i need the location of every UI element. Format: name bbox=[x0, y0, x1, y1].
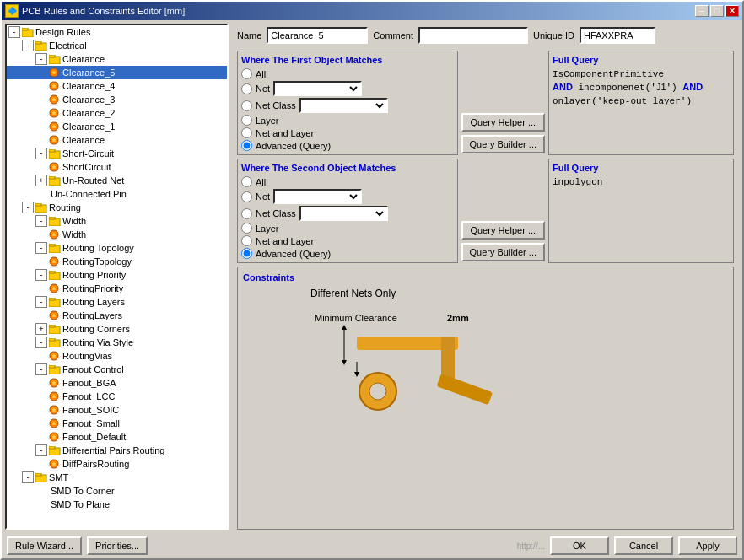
rule-icon bbox=[49, 94, 61, 105]
expand-icon[interactable]: - bbox=[35, 444, 47, 456]
tree-item-clearance[interactable]: Clearance bbox=[7, 133, 227, 147]
comment-input[interactable] bbox=[418, 27, 528, 44]
tree-item-short-circuit-folder[interactable]: - Short-Circuit bbox=[7, 147, 227, 160]
svg-rect-43 bbox=[49, 325, 55, 327]
tree-item-width-folder[interactable]: - Width bbox=[7, 214, 227, 228]
expand-icon[interactable]: - bbox=[22, 40, 34, 51]
netclass-1-select[interactable] bbox=[299, 98, 388, 113]
query-helper-2-button[interactable]: Query Helper ... bbox=[461, 221, 545, 240]
radio-net-2-label: Net bbox=[256, 191, 270, 202]
radio-netclass-2-input[interactable] bbox=[241, 208, 252, 219]
expand-icon[interactable]: - bbox=[35, 269, 47, 281]
radio-layer-2-input[interactable] bbox=[241, 223, 252, 234]
tree-item-routing-priority[interactable]: RoutingPriority bbox=[7, 282, 227, 295]
rule-wizard-button[interactable]: Rule Wizard... bbox=[7, 536, 82, 555]
tree-item-width[interactable]: Width bbox=[7, 228, 227, 241]
expand-icon[interactable]: - bbox=[35, 337, 47, 348]
tree-item-electrical[interactable]: - Electrical bbox=[7, 39, 227, 52]
tree-item-routing[interactable]: - Routing bbox=[7, 201, 227, 214]
tree-item-un-routed-net[interactable]: + Un-Routed Net bbox=[7, 174, 227, 187]
main-window: 🔷 PCB Rules and Constraints Editor [mm] … bbox=[0, 0, 744, 560]
tree-item-clearance-4[interactable]: Clearance_4 bbox=[7, 79, 227, 93]
tree-item-short-circuit[interactable]: ShortCircuit bbox=[7, 160, 227, 174]
rules-tree[interactable]: - Design Rules - Electrical - bbox=[5, 24, 229, 530]
expand-icon[interactable]: - bbox=[35, 296, 47, 308]
query-builder-1-button[interactable]: Query Builder ... bbox=[461, 135, 545, 153]
tree-item-un-connected-pin[interactable]: Un-Connected Pin bbox=[7, 187, 227, 201]
expand-icon[interactable]: - bbox=[8, 26, 20, 38]
tree-item-clearance-5[interactable]: Clearance_5 bbox=[7, 66, 227, 79]
comment-label: Comment bbox=[373, 30, 413, 40]
radio-layer-1-input[interactable] bbox=[241, 115, 252, 126]
minimize-button[interactable]: ─ bbox=[695, 5, 709, 17]
expand-icon[interactable]: - bbox=[35, 215, 47, 227]
tree-item-fanout-lcc[interactable]: Fanout_LCC bbox=[7, 390, 227, 403]
leaf-icon bbox=[35, 498, 49, 510]
radio-netclass-1-input[interactable] bbox=[241, 100, 252, 111]
expand-icon[interactable]: + bbox=[35, 175, 47, 186]
priorities-button[interactable]: Priorities... bbox=[87, 536, 148, 555]
radio-net-2-input[interactable] bbox=[241, 191, 252, 202]
svg-point-17 bbox=[52, 138, 56, 142]
tree-label: Un-Connected Pin bbox=[51, 189, 127, 199]
tree-item-fanout-soic[interactable]: Fanout_SOIC bbox=[7, 403, 227, 417]
tree-item-clearance-1[interactable]: Clearance_1 bbox=[7, 120, 227, 133]
ok-button[interactable]: OK bbox=[550, 536, 609, 555]
tree-label: Clearance_5 bbox=[62, 67, 115, 78]
radio-advanced-1-input[interactable] bbox=[241, 140, 252, 151]
clearance-diagram: Minimum Clearance 2mm bbox=[310, 303, 530, 412]
tree-item-clearance-2[interactable]: Clearance_2 bbox=[7, 106, 227, 120]
radio-all-1-input[interactable] bbox=[241, 68, 252, 79]
tree-item-routing-corners-folder[interactable]: + Routing Corners bbox=[7, 322, 227, 336]
name-input[interactable] bbox=[267, 27, 368, 44]
radio-advanced-2-input[interactable] bbox=[241, 248, 252, 259]
tree-label: RoutingTopology bbox=[62, 256, 132, 267]
tree-item-clearance-3[interactable]: Clearance_3 bbox=[7, 93, 227, 106]
content-area: - Design Rules - Electrical - bbox=[2, 20, 742, 533]
tree-item-fanout-small[interactable]: Fanout_Small bbox=[7, 417, 227, 430]
radio-net-1-input[interactable] bbox=[241, 83, 252, 94]
cancel-button[interactable]: Cancel bbox=[614, 536, 673, 555]
net-2-select[interactable] bbox=[273, 189, 362, 204]
tree-item-routing-via-style-folder[interactable]: - Routing Via Style bbox=[7, 336, 227, 349]
folder-icon bbox=[49, 242, 61, 254]
expand-icon[interactable]: - bbox=[22, 471, 34, 483]
tree-item-fanout-control-folder[interactable]: - Fanout Control bbox=[7, 363, 227, 376]
tree-item-smd-to-corner[interactable]: SMD To Corner bbox=[7, 484, 227, 498]
radio-netandlayer-2-input[interactable] bbox=[241, 235, 252, 246]
leaf-icon bbox=[35, 188, 49, 200]
query-builder-2-button[interactable]: Query Builder ... bbox=[461, 243, 545, 261]
tree-item-routing-priority-folder[interactable]: - Routing Priority bbox=[7, 268, 227, 282]
expand-icon[interactable]: - bbox=[35, 242, 47, 254]
expand-icon[interactable]: - bbox=[22, 202, 34, 213]
tree-item-smd-to-plane[interactable]: SMD To Plane bbox=[7, 498, 227, 511]
expand-icon[interactable]: + bbox=[35, 323, 47, 335]
full-query-1-title: Full Query bbox=[553, 55, 730, 65]
net-1-select[interactable] bbox=[273, 81, 362, 96]
tree-label: Width bbox=[62, 216, 86, 226]
tree-item-routing-topology[interactable]: RoutingTopology bbox=[7, 255, 227, 268]
tree-item-routing-vias[interactable]: RoutingVias bbox=[7, 349, 227, 363]
query-helper-1-button[interactable]: Query Helper ... bbox=[461, 113, 545, 132]
expand-icon[interactable]: - bbox=[35, 148, 47, 159]
tree-item-routing-topology-folder[interactable]: - Routing Topology bbox=[7, 241, 227, 255]
maximize-button[interactable]: □ bbox=[710, 5, 724, 17]
apply-button[interactable]: Apply bbox=[678, 536, 737, 555]
tree-item-fanout-bga[interactable]: Fanout_BGA bbox=[7, 376, 227, 390]
tree-item-fanout-default[interactable]: Fanout_Default bbox=[7, 430, 227, 444]
tree-item-diff-pairs-folder[interactable]: - Differential Pairs Routing bbox=[7, 444, 227, 457]
uid-input[interactable] bbox=[580, 27, 655, 44]
radio-netandlayer-1-input[interactable] bbox=[241, 127, 252, 138]
expand-icon[interactable]: - bbox=[35, 53, 47, 65]
tree-item-routing-layers[interactable]: RoutingLayers bbox=[7, 309, 227, 322]
tree-item-smt[interactable]: - SMT bbox=[7, 471, 227, 484]
tree-item-clearance-folder[interactable]: - Clearance bbox=[7, 52, 227, 66]
tree-item-diff-pairs-routing[interactable]: DiffPairsRouting bbox=[7, 457, 227, 471]
first-match-section: Where The First Object Matches All Net bbox=[237, 51, 734, 155]
tree-item-design-rules[interactable]: - Design Rules bbox=[7, 25, 227, 39]
expand-icon[interactable]: - bbox=[35, 363, 47, 375]
tree-item-routing-layers-folder[interactable]: - Routing Layers bbox=[7, 295, 227, 309]
close-button[interactable]: ✕ bbox=[725, 5, 739, 17]
netclass-2-select[interactable] bbox=[299, 206, 388, 221]
radio-all-2-input[interactable] bbox=[241, 176, 252, 187]
